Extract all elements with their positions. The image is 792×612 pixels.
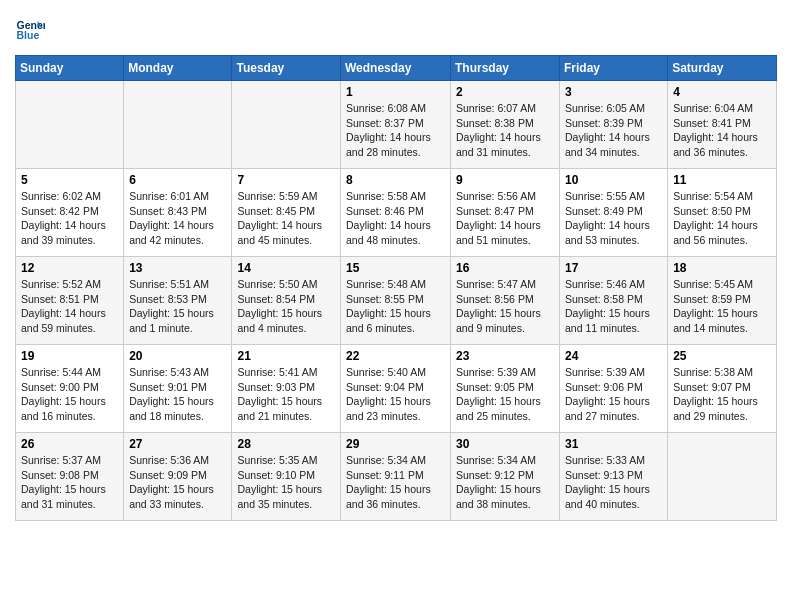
day-number: 3 (565, 85, 662, 99)
calendar-day-14: 14Sunrise: 5:50 AM Sunset: 8:54 PM Dayli… (232, 257, 341, 345)
svg-text:Blue: Blue (17, 29, 40, 41)
calendar-week-row: 19Sunrise: 5:44 AM Sunset: 9:00 PM Dayli… (16, 345, 777, 433)
calendar-week-row: 12Sunrise: 5:52 AM Sunset: 8:51 PM Dayli… (16, 257, 777, 345)
day-number: 9 (456, 173, 554, 187)
calendar-day-11: 11Sunrise: 5:54 AM Sunset: 8:50 PM Dayli… (668, 169, 777, 257)
day-number: 26 (21, 437, 118, 451)
day-info: Sunrise: 6:07 AM Sunset: 8:38 PM Dayligh… (456, 101, 554, 160)
day-number: 23 (456, 349, 554, 363)
day-info: Sunrise: 5:51 AM Sunset: 8:53 PM Dayligh… (129, 277, 226, 336)
day-number: 24 (565, 349, 662, 363)
calendar-day-1: 1Sunrise: 6:08 AM Sunset: 8:37 PM Daylig… (341, 81, 451, 169)
calendar-day-8: 8Sunrise: 5:58 AM Sunset: 8:46 PM Daylig… (341, 169, 451, 257)
calendar-header-row: SundayMondayTuesdayWednesdayThursdayFrid… (16, 56, 777, 81)
day-info: Sunrise: 5:36 AM Sunset: 9:09 PM Dayligh… (129, 453, 226, 512)
day-info: Sunrise: 5:43 AM Sunset: 9:01 PM Dayligh… (129, 365, 226, 424)
day-number: 16 (456, 261, 554, 275)
calendar-day-22: 22Sunrise: 5:40 AM Sunset: 9:04 PM Dayli… (341, 345, 451, 433)
day-info: Sunrise: 5:35 AM Sunset: 9:10 PM Dayligh… (237, 453, 335, 512)
day-number: 18 (673, 261, 771, 275)
day-number: 7 (237, 173, 335, 187)
calendar-day-27: 27Sunrise: 5:36 AM Sunset: 9:09 PM Dayli… (124, 433, 232, 521)
calendar-day-21: 21Sunrise: 5:41 AM Sunset: 9:03 PM Dayli… (232, 345, 341, 433)
day-number: 5 (21, 173, 118, 187)
day-number: 11 (673, 173, 771, 187)
calendar-day-7: 7Sunrise: 5:59 AM Sunset: 8:45 PM Daylig… (232, 169, 341, 257)
calendar-day-6: 6Sunrise: 6:01 AM Sunset: 8:43 PM Daylig… (124, 169, 232, 257)
day-info: Sunrise: 6:02 AM Sunset: 8:42 PM Dayligh… (21, 189, 118, 248)
calendar-day-empty (124, 81, 232, 169)
page-header: General Blue (15, 15, 777, 45)
col-header-saturday: Saturday (668, 56, 777, 81)
calendar-day-3: 3Sunrise: 6:05 AM Sunset: 8:39 PM Daylig… (560, 81, 668, 169)
day-number: 19 (21, 349, 118, 363)
day-info: Sunrise: 6:05 AM Sunset: 8:39 PM Dayligh… (565, 101, 662, 160)
calendar-day-24: 24Sunrise: 5:39 AM Sunset: 9:06 PM Dayli… (560, 345, 668, 433)
day-info: Sunrise: 5:50 AM Sunset: 8:54 PM Dayligh… (237, 277, 335, 336)
calendar-day-20: 20Sunrise: 5:43 AM Sunset: 9:01 PM Dayli… (124, 345, 232, 433)
calendar-week-row: 5Sunrise: 6:02 AM Sunset: 8:42 PM Daylig… (16, 169, 777, 257)
col-header-wednesday: Wednesday (341, 56, 451, 81)
day-info: Sunrise: 5:46 AM Sunset: 8:58 PM Dayligh… (565, 277, 662, 336)
day-info: Sunrise: 5:47 AM Sunset: 8:56 PM Dayligh… (456, 277, 554, 336)
day-number: 4 (673, 85, 771, 99)
calendar-day-31: 31Sunrise: 5:33 AM Sunset: 9:13 PM Dayli… (560, 433, 668, 521)
day-number: 6 (129, 173, 226, 187)
day-info: Sunrise: 6:08 AM Sunset: 8:37 PM Dayligh… (346, 101, 445, 160)
day-info: Sunrise: 6:04 AM Sunset: 8:41 PM Dayligh… (673, 101, 771, 160)
day-info: Sunrise: 5:37 AM Sunset: 9:08 PM Dayligh… (21, 453, 118, 512)
calendar-day-5: 5Sunrise: 6:02 AM Sunset: 8:42 PM Daylig… (16, 169, 124, 257)
day-info: Sunrise: 5:39 AM Sunset: 9:05 PM Dayligh… (456, 365, 554, 424)
day-number: 31 (565, 437, 662, 451)
calendar-day-empty (16, 81, 124, 169)
calendar-day-23: 23Sunrise: 5:39 AM Sunset: 9:05 PM Dayli… (451, 345, 560, 433)
calendar-day-empty (232, 81, 341, 169)
day-info: Sunrise: 5:38 AM Sunset: 9:07 PM Dayligh… (673, 365, 771, 424)
day-info: Sunrise: 5:40 AM Sunset: 9:04 PM Dayligh… (346, 365, 445, 424)
day-info: Sunrise: 5:34 AM Sunset: 9:11 PM Dayligh… (346, 453, 445, 512)
day-info: Sunrise: 5:59 AM Sunset: 8:45 PM Dayligh… (237, 189, 335, 248)
col-header-tuesday: Tuesday (232, 56, 341, 81)
day-number: 1 (346, 85, 445, 99)
calendar-day-13: 13Sunrise: 5:51 AM Sunset: 8:53 PM Dayli… (124, 257, 232, 345)
day-number: 10 (565, 173, 662, 187)
calendar-week-row: 26Sunrise: 5:37 AM Sunset: 9:08 PM Dayli… (16, 433, 777, 521)
day-info: Sunrise: 5:41 AM Sunset: 9:03 PM Dayligh… (237, 365, 335, 424)
day-number: 17 (565, 261, 662, 275)
day-info: Sunrise: 5:44 AM Sunset: 9:00 PM Dayligh… (21, 365, 118, 424)
calendar-day-12: 12Sunrise: 5:52 AM Sunset: 8:51 PM Dayli… (16, 257, 124, 345)
calendar-table: SundayMondayTuesdayWednesdayThursdayFrid… (15, 55, 777, 521)
calendar-day-16: 16Sunrise: 5:47 AM Sunset: 8:56 PM Dayli… (451, 257, 560, 345)
day-number: 25 (673, 349, 771, 363)
col-header-sunday: Sunday (16, 56, 124, 81)
day-number: 27 (129, 437, 226, 451)
calendar-day-9: 9Sunrise: 5:56 AM Sunset: 8:47 PM Daylig… (451, 169, 560, 257)
col-header-friday: Friday (560, 56, 668, 81)
calendar-day-empty (668, 433, 777, 521)
col-header-thursday: Thursday (451, 56, 560, 81)
calendar-week-row: 1Sunrise: 6:08 AM Sunset: 8:37 PM Daylig… (16, 81, 777, 169)
day-number: 21 (237, 349, 335, 363)
day-info: Sunrise: 5:34 AM Sunset: 9:12 PM Dayligh… (456, 453, 554, 512)
calendar-day-18: 18Sunrise: 5:45 AM Sunset: 8:59 PM Dayli… (668, 257, 777, 345)
day-info: Sunrise: 6:01 AM Sunset: 8:43 PM Dayligh… (129, 189, 226, 248)
calendar-day-29: 29Sunrise: 5:34 AM Sunset: 9:11 PM Dayli… (341, 433, 451, 521)
day-info: Sunrise: 5:39 AM Sunset: 9:06 PM Dayligh… (565, 365, 662, 424)
day-number: 20 (129, 349, 226, 363)
day-number: 22 (346, 349, 445, 363)
calendar-day-10: 10Sunrise: 5:55 AM Sunset: 8:49 PM Dayli… (560, 169, 668, 257)
day-info: Sunrise: 5:52 AM Sunset: 8:51 PM Dayligh… (21, 277, 118, 336)
day-number: 15 (346, 261, 445, 275)
day-number: 30 (456, 437, 554, 451)
logo: General Blue (15, 15, 49, 45)
day-info: Sunrise: 5:45 AM Sunset: 8:59 PM Dayligh… (673, 277, 771, 336)
calendar-day-19: 19Sunrise: 5:44 AM Sunset: 9:00 PM Dayli… (16, 345, 124, 433)
calendar-day-15: 15Sunrise: 5:48 AM Sunset: 8:55 PM Dayli… (341, 257, 451, 345)
calendar-day-25: 25Sunrise: 5:38 AM Sunset: 9:07 PM Dayli… (668, 345, 777, 433)
day-info: Sunrise: 5:55 AM Sunset: 8:49 PM Dayligh… (565, 189, 662, 248)
calendar-day-28: 28Sunrise: 5:35 AM Sunset: 9:10 PM Dayli… (232, 433, 341, 521)
day-info: Sunrise: 5:48 AM Sunset: 8:55 PM Dayligh… (346, 277, 445, 336)
day-number: 8 (346, 173, 445, 187)
calendar-day-30: 30Sunrise: 5:34 AM Sunset: 9:12 PM Dayli… (451, 433, 560, 521)
day-info: Sunrise: 5:58 AM Sunset: 8:46 PM Dayligh… (346, 189, 445, 248)
